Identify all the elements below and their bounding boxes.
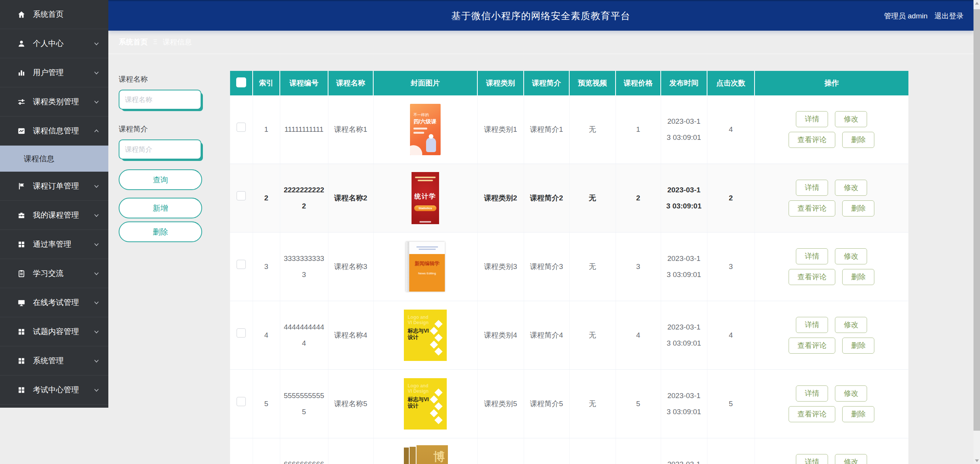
scroll-up-icon[interactable]: [973, 0, 980, 7]
view-comments-button[interactable]: 查看评论: [789, 200, 835, 216]
view-comments-button[interactable]: 查看评论: [789, 269, 835, 285]
row-checkbox[interactable]: [237, 123, 246, 132]
detail-button[interactable]: 详情: [796, 385, 828, 402]
view-comments-button[interactable]: 查看评论: [789, 406, 835, 422]
row-checkbox[interactable]: [237, 191, 246, 200]
course-cover-image: 不一样的四/六级课: [410, 104, 441, 155]
sidebar-item-exam-center[interactable]: 考试中心管理: [0, 375, 108, 405]
clipboard-icon: [17, 269, 26, 278]
view-comments-button[interactable]: 查看评论: [789, 132, 835, 148]
chevron-down-icon: [93, 183, 100, 190]
modify-button[interactable]: 修改: [835, 317, 867, 333]
course-name-label: 课程名称: [119, 75, 202, 84]
table-row: 666666666666课程名称6博课程类别6课程简介6无62023-03-13…: [230, 438, 908, 464]
select-all-checkbox[interactable]: [236, 77, 246, 87]
query-button[interactable]: 查询: [119, 169, 202, 190]
row-delete-button[interactable]: 删除: [842, 406, 874, 422]
checkbox-cell: [230, 438, 253, 464]
actions-cell: 详情修改查看评论删除: [755, 370, 908, 438]
intro-cell: 课程简介5: [524, 370, 569, 438]
row-checkbox[interactable]: [237, 397, 246, 406]
publish-date-cell: 2023-03-13 03:09:01: [661, 438, 707, 464]
modify-button[interactable]: 修改: [835, 385, 867, 402]
top-bar: 基于微信小程序的网络安全素质教育平台 管理员 admin 退出登录: [108, 0, 973, 31]
checkbox-cell: [230, 95, 253, 164]
logout-button[interactable]: 退出登录: [934, 11, 964, 21]
cover-cell: Logo and VI Design标志与VI设计: [373, 301, 477, 370]
course-intro-input[interactable]: [119, 139, 201, 159]
detail-button[interactable]: 详情: [796, 180, 828, 196]
clicks-cell: 5: [707, 370, 755, 438]
sidebar-item-my-course[interactable]: 我的课程管理: [0, 201, 108, 230]
publish-date-cell: 2023-03-13 03:09:01: [661, 233, 707, 301]
row-checkbox[interactable]: [237, 328, 246, 338]
sidebar-item-home[interactable]: 系统首页: [0, 0, 108, 29]
publish-date-cell: 2023-03-13 03:09:01: [661, 164, 707, 233]
course-cover-image: Logo and VI Design标志与VI设计: [404, 378, 447, 430]
sidebar-item-online-exam[interactable]: 在线考试管理: [0, 288, 108, 317]
sidebar-item-course-category[interactable]: 课程类别管理: [0, 87, 108, 116]
detail-button[interactable]: 详情: [796, 317, 828, 333]
table-row: 111111111111课程名称1不一样的四/六级课课程类别1课程简介1无120…: [230, 95, 908, 164]
modify-button[interactable]: 修改: [835, 248, 867, 264]
detail-button[interactable]: 详情: [796, 454, 828, 464]
scroll-down-icon[interactable]: [973, 457, 980, 464]
detail-button[interactable]: 详情: [796, 111, 828, 127]
category-cell: 课程类别6: [477, 438, 524, 464]
clicks-cell: 6: [707, 438, 755, 464]
header-checkbox-cell: [230, 71, 253, 95]
index-cell: 4: [253, 301, 280, 370]
cover-cell: 博: [373, 438, 477, 464]
chevron-down-icon: [93, 270, 100, 277]
view-comments-button[interactable]: 查看评论: [789, 338, 835, 354]
price-cell: 5: [616, 370, 661, 438]
course-name-input[interactable]: [119, 90, 201, 110]
row-delete-button[interactable]: 删除: [842, 132, 874, 148]
sidebar-item-user-management[interactable]: 用户管理: [0, 58, 108, 87]
column-header: 课程价格: [616, 71, 661, 95]
index-cell: 5: [253, 370, 280, 438]
modify-button[interactable]: 修改: [835, 180, 867, 196]
add-button[interactable]: 新增: [119, 198, 202, 218]
row-delete-button[interactable]: 删除: [842, 338, 874, 354]
column-header: 发布时间: [661, 71, 707, 95]
course-name-cell: 课程名称1: [328, 95, 373, 164]
delete-button[interactable]: 删除: [119, 221, 202, 242]
course-intro-label: 课程简介: [119, 125, 202, 133]
column-header: 课程编号: [280, 71, 328, 95]
actions-cell: 详情修改查看评论删除: [755, 95, 908, 164]
cover-cell: 新闻编辑学News Editing: [373, 233, 477, 301]
actions-cell: 详情修改查看评论删除: [755, 301, 908, 370]
sidebar-item-study-exchange[interactable]: 学习交流: [0, 259, 108, 288]
sidebar-item-personal-center[interactable]: 个人中心: [0, 29, 108, 58]
checkbox-cell: [230, 301, 253, 370]
course-name-cell: 课程名称3: [328, 233, 373, 301]
actions-cell: 详情修改查看评论删除: [755, 164, 908, 233]
course-code-cell: 22222222222: [280, 164, 328, 233]
sidebar-item-course-info[interactable]: 课程信息管理: [0, 116, 108, 146]
grid-icon: [17, 356, 26, 366]
flag-icon: [17, 182, 26, 191]
sidebar-item-course-order[interactable]: 课程订单管理: [0, 172, 108, 201]
detail-button[interactable]: 详情: [796, 248, 828, 264]
row-checkbox[interactable]: [237, 260, 246, 269]
bar-chart-icon: [17, 68, 26, 77]
table-row: 222222222222课程名称2统计学Statistics课程类别2课程简介2…: [230, 164, 908, 233]
row-delete-button[interactable]: 删除: [842, 269, 874, 285]
preview-video-cell: 无: [569, 95, 616, 164]
modify-button[interactable]: 修改: [835, 111, 867, 127]
sidebar-item-system-management[interactable]: 系统管理: [0, 346, 108, 375]
table-row: 555555555555课程名称5Logo and VI Design标志与VI…: [230, 370, 908, 438]
course-name-cell: 课程名称6: [328, 438, 373, 464]
scrollbar-thumb[interactable]: [973, 9, 980, 431]
modify-button[interactable]: 修改: [835, 454, 867, 464]
chevron-down-icon: [93, 40, 100, 47]
sidebar-item-question-content[interactable]: 试题内容管理: [0, 317, 108, 346]
vertical-scrollbar[interactable]: [973, 0, 980, 464]
sidebar-subitem-course-info-list[interactable]: 课程信息: [0, 146, 108, 172]
intro-cell: 课程简介6: [524, 438, 569, 464]
row-delete-button[interactable]: 删除: [842, 200, 874, 216]
breadcrumb-home[interactable]: 系统首页: [119, 37, 148, 47]
sidebar-item-pass-rate[interactable]: 通过率管理: [0, 230, 108, 259]
course-name-cell: 课程名称5: [328, 370, 373, 438]
